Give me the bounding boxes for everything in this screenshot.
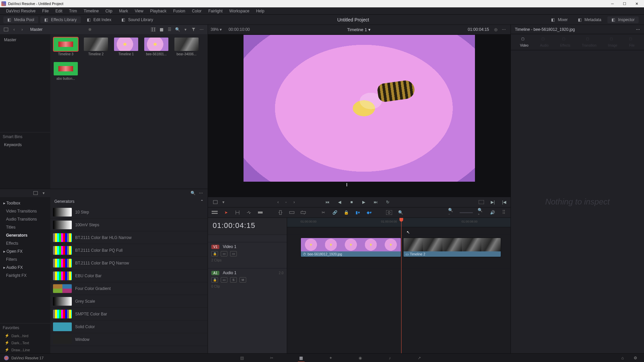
search-icon[interactable]: 🔍: [173, 25, 181, 34]
fx-subcat-generators[interactable]: Generators: [0, 231, 50, 239]
nav-fwd-icon[interactable]: ›: [18, 25, 26, 34]
clip-item[interactable]: abo button...: [54, 62, 78, 80]
audio-monitor-icon[interactable]: 🔊: [489, 209, 496, 216]
inspector-tab-video[interactable]: ▢Video: [520, 37, 528, 47]
clip-item[interactable]: Timeline 2: [84, 38, 108, 56]
insert-mode-dropdown[interactable]: ▾: [219, 198, 227, 206]
timeline-ruler[interactable]: 01:00:00:00 01:00:04:00 01:00:08:00: [287, 218, 511, 227]
step-back-icon[interactable]: ◀: [336, 199, 342, 205]
more-icon[interactable]: ⋯: [198, 25, 206, 34]
filter-icon[interactable]: [190, 25, 198, 34]
generator-item[interactable]: Solid Color: [50, 320, 208, 333]
generator-item[interactable]: EBU Color Bar: [50, 269, 208, 282]
edit-index-btn[interactable]: ◧Edit Index: [83, 16, 115, 23]
viewer-scope-icon[interactable]: ◎: [492, 25, 500, 34]
a1-auto-icon[interactable]: ▭: [221, 277, 227, 283]
clip-item[interactable]: bear-34006...: [174, 38, 199, 56]
timeline-view-icon[interactable]: [211, 209, 218, 216]
fx-subcat-effects[interactable]: Effects: [0, 239, 50, 247]
page-cut[interactable]: ✂: [267, 354, 276, 362]
strip-view-icon[interactable]: [149, 25, 157, 34]
timeline-canvas[interactable]: 01:00:00:00 01:00:04:00 01:00:08:00 ⏱bee…: [287, 218, 511, 353]
razor-icon[interactable]: ✂: [320, 209, 327, 216]
insert-mode-icon[interactable]: [211, 198, 219, 206]
fx-subcat-fairlight-fx[interactable]: Fairlight FX: [0, 272, 50, 280]
settings-icon[interactable]: ⚙: [631, 354, 639, 362]
viewer-zoom[interactable]: 39% ▾: [211, 27, 222, 32]
nav-back-icon[interactable]: ‹: [10, 25, 18, 34]
viewer-timeline-name[interactable]: Timeline 1 ▾: [250, 27, 468, 32]
page-color[interactable]: ◉: [356, 354, 365, 362]
menu-color[interactable]: Color: [189, 9, 205, 13]
page-edit[interactable]: ▦: [297, 354, 306, 362]
mixer-btn[interactable]: ◧Mixer: [547, 16, 572, 23]
fx-view-icon[interactable]: [32, 189, 40, 197]
a1-mute-button[interactable]: M: [239, 277, 246, 283]
menu-timeline[interactable]: Timeline: [80, 9, 102, 13]
timeline-clip[interactable]: ⏱bee-5618012_1920.jpg: [301, 238, 401, 257]
sound-lib-btn[interactable]: ◧Sound Library: [117, 16, 157, 23]
menu-help[interactable]: Help: [253, 9, 268, 13]
generator-item[interactable]: 10 Step: [50, 206, 208, 219]
inspector-tab-audio[interactable]: ▢Audio: [540, 37, 549, 47]
generator-item[interactable]: Window: [50, 333, 208, 346]
trim-tool-icon[interactable]: [234, 209, 241, 216]
menu-fairlight[interactable]: Fairlight: [205, 9, 226, 13]
fx-cat-audio-fx[interactable]: ▸ Audio FX: [0, 263, 50, 272]
edit-point-icon[interactable]: ◦: [282, 198, 290, 206]
page-fairlight[interactable]: ♪: [385, 354, 394, 362]
inspector-tab-file[interactable]: ▢File: [629, 37, 635, 47]
next-edit-icon[interactable]: ›: [290, 198, 298, 206]
home-icon[interactable]: ⌂: [619, 354, 627, 362]
go-start-icon[interactable]: ⏮: [324, 199, 330, 205]
blade-tool-icon[interactable]: [257, 209, 264, 216]
search-dropdown-icon[interactable]: ▾: [181, 25, 190, 34]
lock-icon[interactable]: 🔒: [343, 209, 350, 216]
timeline-timecode[interactable]: 01:00:04:15: [208, 218, 287, 235]
maximize-button[interactable]: ☐: [619, 0, 631, 7]
inspector-tab-transition[interactable]: ▢Transition: [582, 37, 597, 47]
zoom-timeline-icon[interactable]: 🔍: [397, 209, 404, 216]
fx-subcat-titles[interactable]: Titles: [0, 223, 50, 231]
audio-track-lane[interactable]: [287, 268, 511, 294]
v1-badge[interactable]: V1: [211, 245, 219, 249]
favorite-item[interactable]: ⚡Dark...hird: [0, 332, 50, 339]
fx-subcat-video-transitions[interactable]: Video Transitions: [0, 207, 50, 215]
generator-item[interactable]: SMPTE Color Bar: [50, 308, 208, 320]
menu-clip[interactable]: Clip: [102, 9, 116, 13]
loop-icon[interactable]: ↻: [385, 199, 391, 205]
prev-edit-icon[interactable]: ‹: [274, 198, 282, 206]
timeline-clip[interactable]: ▭Timeline 2: [403, 238, 501, 257]
menu-playback[interactable]: Playback: [147, 9, 170, 13]
thumb-view-icon[interactable]: ▦: [157, 25, 165, 34]
zoom-in-icon[interactable]: 🔍⁺: [478, 209, 484, 216]
fx-more-icon[interactable]: ⋯: [197, 189, 205, 197]
video-track-lane[interactable]: ⏱bee-5618012_1920.jpg▭Timeline 2: [287, 235, 511, 261]
bin-master[interactable]: Master: [0, 36, 50, 44]
clip-item[interactable]: Timeline 3: [54, 38, 78, 56]
generator-item[interactable]: BT.2111 Color Bar PQ Narrow: [50, 257, 208, 269]
inspector-more-icon[interactable]: ⋯: [636, 27, 640, 32]
fx-search-icon[interactable]: 🔍: [189, 189, 197, 197]
generator-item[interactable]: Grey Scale: [50, 295, 208, 308]
bin-view-icon[interactable]: [2, 25, 10, 34]
marker-icon[interactable]: ◆▾: [366, 209, 372, 216]
dynamic-trim-icon[interactable]: [246, 209, 252, 216]
fx-cat-open-fx[interactable]: ▸ Open FX: [0, 247, 50, 255]
generator-item[interactable]: 100mV Steps: [50, 219, 208, 231]
flag-icon[interactable]: ▮▾: [354, 209, 361, 216]
overwrite-clip-icon[interactable]: [288, 209, 295, 216]
play-icon[interactable]: ▶: [361, 199, 367, 205]
replace-clip-icon[interactable]: [300, 209, 307, 216]
stop-icon[interactable]: ■: [348, 199, 355, 205]
menu-edit[interactable]: Edit: [52, 9, 66, 13]
smartbin-keywords[interactable]: Keywords: [0, 141, 50, 148]
generator-item[interactable]: BT.2111 Color Bar PQ Full: [50, 244, 208, 257]
playhead[interactable]: [401, 218, 401, 353]
inspector-tab-image[interactable]: ▢Image: [608, 37, 618, 47]
menu-fusion[interactable]: Fusion: [170, 9, 189, 13]
prev-clip-icon[interactable]: |◀: [501, 199, 507, 205]
a1-solo-button[interactable]: S: [230, 277, 237, 283]
menu-trim[interactable]: Trim: [66, 9, 80, 13]
page-media[interactable]: ▤: [237, 354, 247, 362]
